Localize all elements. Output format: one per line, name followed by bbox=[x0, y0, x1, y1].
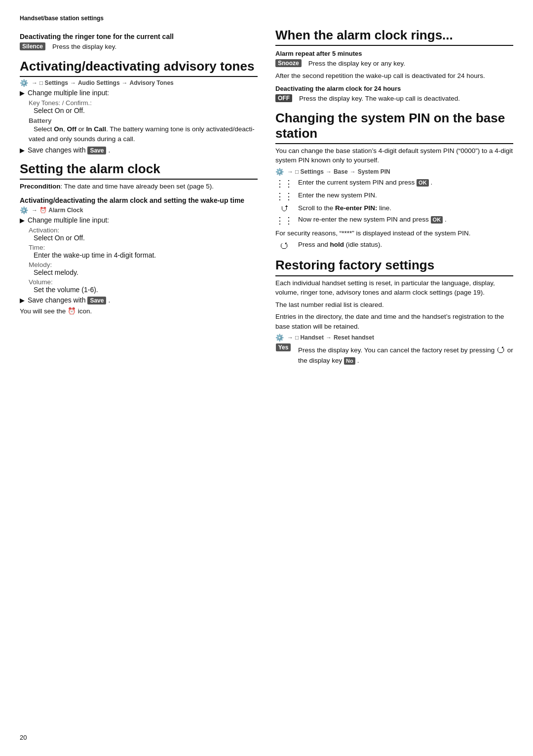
right-column: When the alarm clock rings... Alarm repe… bbox=[275, 28, 513, 373]
no-key: No bbox=[344, 357, 355, 365]
nav-audio-settings: Audio Settings bbox=[78, 79, 120, 86]
advisory-tones-title: Activating/deactivating advisory tones bbox=[20, 59, 258, 77]
keypad-icon-2-symbol: ⋮⋮ bbox=[275, 191, 293, 202]
pin-step-4: ⋮⋮ Now re-enter the new system PIN and p… bbox=[275, 215, 513, 226]
activation-label: Activation: bbox=[29, 227, 59, 234]
nav-icon-factory: ⚙️ bbox=[275, 334, 284, 341]
precondition-text: Precondition: The date and time have alr… bbox=[20, 182, 258, 191]
advisory-tones-section: Activating/deactivating advisory tones ⚙… bbox=[20, 59, 258, 154]
silence-key: Silence bbox=[20, 42, 45, 50]
factory-para3: Entries in the directory, the date and t… bbox=[275, 312, 513, 331]
scroll-icon-symbol: ⮍ bbox=[280, 204, 288, 213]
alarm-change-input-text: Change multiple line input: bbox=[28, 216, 109, 224]
off-key: OFF bbox=[275, 94, 292, 102]
system-pin-section: Changing the system PIN on the base stat… bbox=[275, 111, 513, 251]
pin-step-1-text: Enter the current system PIN and press O… bbox=[298, 178, 432, 188]
keypad-icon-1: ⋮⋮ bbox=[275, 178, 293, 189]
deactivating-ringer-section: Deactivating the ringer tone for the cur… bbox=[20, 33, 258, 52]
alarm-change-input-bullet: ▶ Change multiple line input: bbox=[20, 216, 258, 224]
alarm-icon-desc: You will see the ⏰ icon. bbox=[20, 306, 258, 316]
alarm-repeat-title: Alarm repeat after 5 minutes bbox=[275, 50, 513, 57]
keypad-icon-3-symbol: ⋮⋮ bbox=[275, 215, 293, 226]
ok-key-1: OK bbox=[417, 179, 429, 187]
page-number: 20 bbox=[20, 734, 27, 741]
bullet-arrow-2: ▶ bbox=[20, 147, 25, 154]
snooze-key-cell: Snooze bbox=[275, 59, 304, 67]
nav-advisory-tones: Advisory Tones bbox=[130, 79, 174, 86]
battery-row: Battery Select On, Off or In Call. The b… bbox=[29, 116, 258, 144]
pin-step-3: ⮍ Scroll to the Re-enter PIN: line. bbox=[275, 204, 513, 213]
alarm-rings-section: When the alarm clock rings... Alarm repe… bbox=[275, 28, 513, 104]
left-column: Deactivating the ringer tone for the cur… bbox=[20, 28, 258, 373]
volume-row: Volume: Set the volume (1-6). bbox=[29, 278, 258, 294]
off-key-cell: OFF bbox=[275, 94, 294, 102]
save-changes-text: Save changes with Save. bbox=[28, 146, 110, 154]
melody-desc: Select melody. bbox=[34, 268, 78, 276]
end-icon-pin: ⭯ bbox=[275, 240, 293, 251]
end-icon-factory: ⭯ bbox=[496, 344, 505, 354]
alarm-bullet-arrow-1: ▶ bbox=[20, 217, 25, 224]
factory-para2: The last number redial list is cleared. bbox=[275, 300, 513, 310]
key-tones-label: Key Tones: / Confirm.: bbox=[29, 99, 92, 107]
pin-step-1: ⋮⋮ Enter the current system PIN and pres… bbox=[275, 178, 513, 189]
nav-icon-settings: ⚙️ bbox=[20, 79, 28, 87]
save-changes-bullet: ▶ Save changes with Save. bbox=[20, 146, 258, 154]
alarm-save-bullet: ▶ Save changes with Save. bbox=[20, 296, 258, 304]
alarm-clock-nav: ⚙️ → ⏰ Alarm Clock bbox=[20, 206, 258, 214]
pin-end-text: Press and hold (idle status). bbox=[298, 240, 382, 250]
deactivating-24h-title: Deactivating the alarm clock for 24 hour… bbox=[275, 85, 513, 92]
battery-label: Battery bbox=[29, 117, 52, 124]
off-description: Press the display key. The wake-up call … bbox=[299, 94, 460, 104]
volume-label: Volume: bbox=[29, 278, 53, 286]
off-row: OFF Press the display key. The wake-up c… bbox=[275, 94, 513, 104]
time-row: Time: Enter the wake-up time in 4-digit … bbox=[29, 243, 258, 259]
pin-end-step: ⭯ Press and hold (idle status). bbox=[275, 240, 513, 251]
battery-desc: Select On, Off or In Call. The battery w… bbox=[29, 125, 255, 143]
nav-system-pin: System PIN bbox=[358, 168, 390, 175]
snooze-key: Snooze bbox=[275, 59, 302, 67]
nav-settings-pin: □ Settings bbox=[295, 168, 324, 175]
nav-alarm-clock: ⏰ Alarm Clock bbox=[39, 207, 83, 214]
silence-key-cell: Silence bbox=[20, 42, 47, 50]
yes-key: Yes bbox=[276, 343, 291, 351]
alarm-clock-title: Setting the alarm clock bbox=[20, 161, 258, 180]
advisory-tones-nav: ⚙️ → □ Settings → Audio Settings → Advis… bbox=[20, 79, 258, 87]
system-pin-intro: You can change the base station’s 4-digi… bbox=[275, 146, 513, 165]
time-label: Time: bbox=[29, 244, 45, 251]
key-tones-desc: Select On or Off. bbox=[34, 107, 85, 114]
nav-reset-handset: Reset handset bbox=[334, 334, 374, 341]
keypad-icon-2: ⋮⋮ bbox=[275, 191, 293, 202]
volume-desc: Set the volume (1-6). bbox=[34, 286, 98, 294]
deactivating-ringer-title: Deactivating the ringer tone for the cur… bbox=[20, 33, 258, 40]
time-desc: Enter the wake-up time in 4-digit format… bbox=[34, 251, 156, 259]
nav-icon-alarm: ⚙️ bbox=[20, 206, 28, 214]
scroll-icon-1: ⮍ bbox=[275, 204, 293, 213]
melody-row: Melody: Select melody. bbox=[29, 261, 258, 276]
page-header: Handset/base station settings bbox=[20, 15, 513, 22]
bullet-arrow-1: ▶ bbox=[20, 89, 25, 97]
alarm-sub-title: Activating/deactivating the alarm clock … bbox=[20, 196, 258, 204]
nav-settings: □ Settings bbox=[39, 79, 68, 86]
factory-yes-text: Press the display key. You can cancel th… bbox=[298, 343, 513, 365]
snooze-description: Press the display key or any key. bbox=[308, 59, 405, 69]
alarm-clock-section: Setting the alarm clock Precondition: Th… bbox=[20, 161, 258, 316]
change-input-bullet: ▶ Change multiple line input: bbox=[20, 89, 258, 97]
yes-key-cell: Yes bbox=[275, 343, 293, 351]
silence-row: Silence Press the display key. bbox=[20, 42, 258, 52]
activation-row: Activation: Select On or Off. bbox=[29, 226, 258, 242]
pin-step-4-text: Now re-enter the new system PIN and pres… bbox=[298, 215, 447, 225]
silence-description: Press the display key. bbox=[52, 42, 116, 52]
key-tones-row: Key Tones: / Confirm.: Select On or Off. bbox=[29, 99, 258, 114]
factory-settings-section: Restoring factory settings Each individu… bbox=[275, 258, 513, 365]
ok-key-2: OK bbox=[431, 216, 443, 224]
security-note: For security reasons, “****” is displaye… bbox=[275, 228, 513, 238]
activation-desc: Select On or Off. bbox=[34, 234, 85, 242]
factory-para1: Each individual handset setting is reset… bbox=[275, 278, 513, 298]
nav-base: Base bbox=[334, 168, 348, 175]
nav-handset: □ Handset bbox=[295, 334, 324, 341]
factory-yes-row: Yes Press the display key. You can cance… bbox=[275, 343, 513, 365]
alarm-bullet-arrow-2: ▶ bbox=[20, 297, 25, 304]
keypad-icon-1-symbol: ⋮⋮ bbox=[275, 178, 293, 189]
after-repetition-text: After the second repetition the wake-up … bbox=[275, 71, 513, 81]
factory-nav: ⚙️ → □ Handset → Reset handset bbox=[275, 334, 513, 341]
